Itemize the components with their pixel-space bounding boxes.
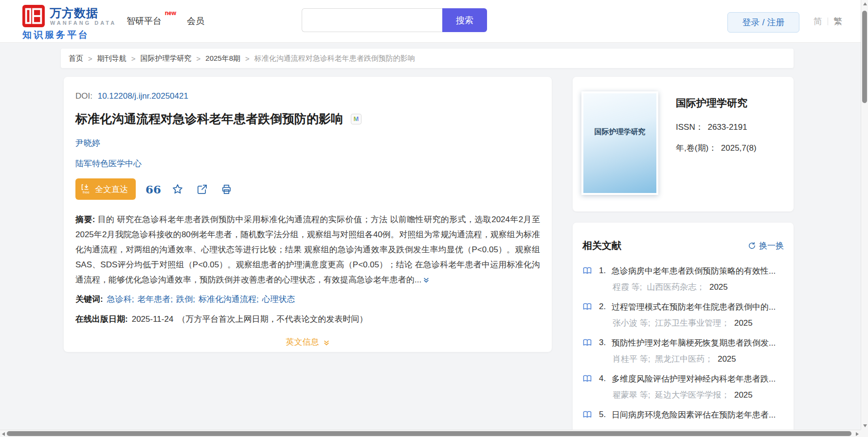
related-item: 1. 急诊病房中老年患者跌倒预防策略的有效性... 程霞 等; 山西医药杂志； … [582,265,784,293]
related-item-journal[interactable]: 江苏卫生事业管理； [655,318,729,328]
fulltext-button[interactable]: free 全文直达 [75,178,136,200]
related-item-title[interactable]: 急诊病房中老年患者跌倒预防策略的有效性... [612,265,784,277]
volume-label: 年,卷(期)： [676,143,717,153]
journal-info: 国际护理学研究 ISSN： 2633-2191 年,卷(期)： 2025,7(8… [676,96,757,163]
expand-abstract-icon[interactable] [423,273,430,280]
related-item-title[interactable]: 多维度风险评估护理对神经内科老年患者跌... [612,373,784,385]
keyword-link[interactable]: 老年患者; [137,295,173,304]
related-item-year: 2025 [734,318,753,328]
related-item-authors[interactable]: 张小波 等; [613,318,650,328]
journal-issn-row: ISSN： 2633-2191 [676,122,757,133]
refresh-link[interactable]: 换一换 [748,240,784,251]
related-item: 2. 过程管理模式在预防老年住院患者跌倒中的... 张小波 等; 江苏卫生事业管… [582,301,784,329]
related-item-title[interactable]: 日间病房环境危险因素评估在预防老年患者... [612,409,784,420]
divider [828,17,828,25]
nav-item-zhiyan[interactable]: 智研平台new [127,15,162,27]
abstract: 摘要: 目的 研究在急诊科老年患者跌倒预防中采用标准化沟通流程的实际价值；方法 … [75,212,540,287]
brand-name-cn[interactable]: 万方数据 [50,5,98,21]
related-item-journal[interactable]: 山西医药杂志； [647,282,705,292]
keyword-link[interactable]: 跌倒; [176,295,195,304]
issn-value: 2633-2191 [707,122,747,132]
related-item-number: 1. [599,266,612,276]
lang-simplified[interactable]: 简 [814,16,822,27]
scroll-down-arrow[interactable] [863,424,867,427]
search-input[interactable] [302,8,442,32]
breadcrumb-separator: > [131,54,136,63]
related-item-year: 2025 [734,390,753,400]
scrollbar-corner [861,430,868,437]
breadcrumb-separator: > [197,54,201,63]
vertical-scrollbar[interactable] [861,0,868,430]
related-item-journal[interactable]: 延边大学医学学报； [655,390,729,400]
related-item-number: 2. [599,302,612,312]
related-item-title[interactable]: 预防性护理对老年脑梗死恢复期患者跌倒发... [612,337,784,349]
related-item-number: 5. [599,410,612,420]
author-link[interactable]: 尹晓婷 [75,139,100,148]
online-date-note: （万方平台首次上网日期，不代表论文的发表时间） [177,315,367,324]
online-date-value: 2025-11-24 [132,315,174,324]
vertical-scrollbar-thumb[interactable] [862,11,867,103]
brand-tagline: 知识服务平台 [22,29,90,41]
related-item-year: 2025 [709,282,728,292]
star-icon [172,183,183,195]
language-switch: 简 繁 [814,16,842,27]
search-button[interactable]: 搜索 [442,8,487,32]
chevron-double-down-icon [323,339,330,346]
online-date-label: 在线出版日期: [75,315,128,324]
print-button[interactable] [219,182,233,196]
breadcrumb-current: 标准化沟通流程对急诊科老年患者跌倒预防的影响 [254,54,415,63]
book-icon [582,266,592,276]
refresh-icon [748,242,756,250]
journal-cover-title: 国际护理学研究 [583,127,656,137]
breadcrumb-link[interactable]: 2025年8期 [205,54,240,63]
keywords-label: 关键词: [75,295,103,304]
favorite-button[interactable] [171,182,184,196]
keyword-link[interactable]: 标准化沟通流程; [199,295,259,304]
metrics-badge-icon[interactable]: M [351,114,362,124]
related-item: 4. 多维度风险评估护理对神经内科老年患者跌... 翟蒙翠 等; 延边大学医学学… [582,373,784,401]
doi-link[interactable]: 10.12208/j.ijnr.20250421 [98,91,188,101]
journal-volume-row: 年,卷(期)： 2025,7(8) [676,142,757,154]
keyword-link[interactable]: 心理状态 [262,295,295,304]
journal-name[interactable]: 国际护理学研究 [676,96,757,110]
related-title: 相关文献 [582,239,621,252]
cite-button[interactable]: 66 [146,182,160,196]
keyword-link[interactable]: 急诊科; [107,295,134,304]
book-icon [582,338,592,348]
related-item-title[interactable]: 过程管理模式在预防老年住院患者跌倒中的... [612,301,784,313]
related-item-authors[interactable]: 肖桂平 等; [613,354,650,364]
horizontal-scrollbar-thumb[interactable] [7,431,851,436]
nav-item-member[interactable]: 会员 [187,15,204,27]
wanfang-logo-icon[interactable] [22,5,45,27]
related-documents-card: 相关文献 换一换 1. 急诊病房中老年患者跌倒预防策略的有效性.. [573,223,794,437]
breadcrumb-link[interactable]: 期刊导航 [97,54,127,63]
share-button[interactable] [195,182,209,196]
volume-value: 2025,7(8) [721,143,757,153]
horizontal-scrollbar[interactable] [0,430,861,437]
lang-traditional[interactable]: 繁 [833,16,842,27]
scroll-right-arrow[interactable] [856,432,859,436]
english-info-link[interactable]: 英文信息 [286,336,330,348]
related-item-journal[interactable]: 黑龙江中医药； [655,354,713,364]
journal-card: 国际护理学研究 国际护理学研究 ISSN： 2633-2191 年,卷(期)： … [573,77,794,211]
related-item-authors[interactable]: 翟蒙翠 等; [613,390,650,400]
breadcrumb-link[interactable]: 国际护理学研究 [141,54,192,63]
breadcrumb-separator: > [245,54,250,63]
english-info-row: 英文信息 [75,336,540,348]
new-badge: new [165,10,176,17]
printer-icon [221,184,232,195]
abstract-label: 摘要: [75,215,95,224]
related-item: 3. 预防性护理对老年脑梗死恢复期患者跌倒发... 肖桂平 等; 黑龙江中医药；… [582,337,784,365]
share-icon [197,184,208,195]
online-date-row: 在线出版日期:2025-11-24（万方平台首次上网日期，不代表论文的发表时间） [75,314,540,325]
login-register-button[interactable]: 登录 / 注册 [727,12,799,33]
article-title: 标准化沟通流程对急诊科老年患者跌倒预防的影响 M [75,111,540,127]
breadcrumb-link[interactable]: 首页 [69,54,83,63]
affiliation-link[interactable]: 陆军特色医学中心 [75,159,142,168]
breadcrumb: 首页 > 期刊导航 > 国际护理学研究 > 2025年8期 > 标准化沟通流程对… [61,49,794,68]
journal-cover[interactable]: 国际护理学研究 [581,91,658,195]
keywords-row: 关键词:急诊科;老年患者;跌倒;标准化沟通流程;心理状态 [75,294,540,305]
related-item-authors[interactable]: 程霞 等; [613,282,642,292]
scroll-left-arrow[interactable] [2,432,5,436]
scroll-up-arrow[interactable] [863,2,867,5]
